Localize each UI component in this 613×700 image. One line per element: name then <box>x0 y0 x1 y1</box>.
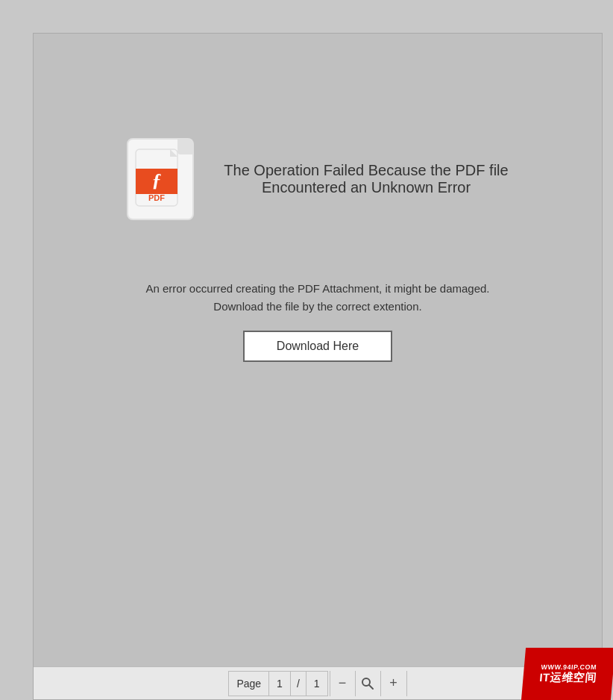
error-description: An error occurred creating the PDF Attac… <box>145 280 489 316</box>
pdf-file-icon: ƒ PDF <box>127 138 194 220</box>
error-title-line2: Encountered an Unknown Error <box>262 179 471 196</box>
page-current: 1 <box>269 672 291 696</box>
main-container: ƒ PDF The Operation Failed Because the P… <box>33 33 603 700</box>
pdf-icon-section: ƒ PDF The Operation Failed Because the P… <box>127 138 508 220</box>
zoom-in-button[interactable]: + <box>381 671 406 696</box>
page-indicator: Page 1 / 1 <box>228 671 327 696</box>
page-total: 1 <box>306 672 327 696</box>
error-desc-line1: An error occurred creating the PDF Attac… <box>145 282 489 295</box>
zoom-icon[interactable] <box>356 671 381 696</box>
watermark-line1: WWW.94IP.COM <box>541 663 597 671</box>
watermark-line2: IT运维空间 <box>539 671 597 685</box>
magnifier-icon <box>361 677 374 690</box>
download-here-button[interactable]: Download Here <box>243 331 392 362</box>
bottom-toolbar: Page 1 / 1 − + <box>34 666 602 699</box>
content-area: ƒ PDF The Operation Failed Because the P… <box>34 34 602 362</box>
watermark: WWW.94IP.COM IT运维空间 <box>521 648 613 700</box>
zoom-out-button[interactable]: − <box>330 671 356 696</box>
error-desc-line2: Download the file by the correct extenti… <box>213 300 421 313</box>
error-text-block: The Operation Failed Because the PDF fil… <box>224 162 508 196</box>
page-label: Page <box>229 672 269 696</box>
pdf-icon-svg: ƒ PDF <box>134 148 186 211</box>
svg-text:PDF: PDF <box>148 193 165 202</box>
zoom-controls: − + <box>330 671 407 696</box>
page-separator: / <box>291 672 306 696</box>
svg-line-7 <box>369 685 373 689</box>
error-title-line1: The Operation Failed Because the PDF fil… <box>224 162 508 179</box>
svg-text:ƒ: ƒ <box>152 169 162 191</box>
